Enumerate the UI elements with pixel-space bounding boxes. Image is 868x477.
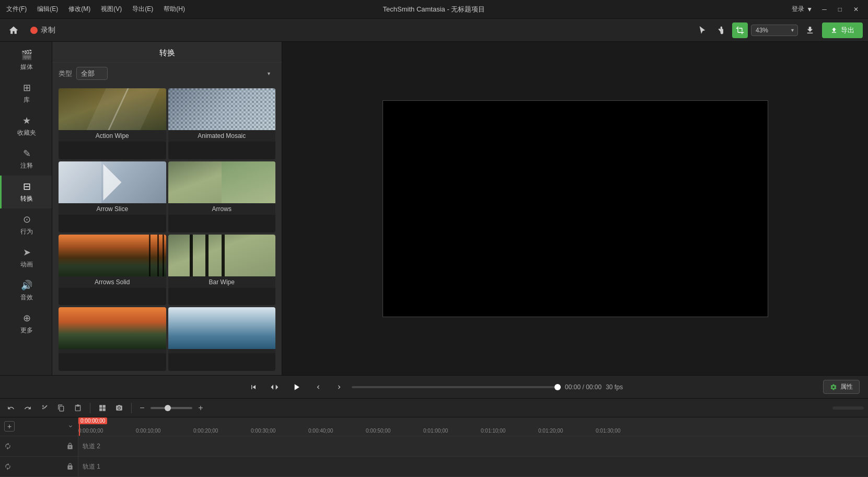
sidebar-item-media[interactable]: 🎬 媒体 <box>0 44 52 77</box>
timeline-zoom-slider[interactable] <box>151 407 192 409</box>
sidebar-item-transitions[interactable]: ⊟ 转换 <box>0 176 52 208</box>
sidebar-item-annotations[interactable]: ✎ 注释 <box>0 143 52 176</box>
seek-bar[interactable] <box>352 386 561 388</box>
cut-button[interactable] <box>38 401 51 415</box>
transitions-grid: Action Wipe <box>52 84 282 375</box>
export-label: 导出 <box>841 26 854 35</box>
transition-arrows[interactable]: Arrows <box>168 161 276 232</box>
sidebar-item-library[interactable]: ⊞ 库 <box>0 77 52 110</box>
paste-icon <box>74 404 82 412</box>
transition-arrow-slice[interactable]: Arrow Slice <box>59 161 166 232</box>
panel-title: 转换 <box>159 48 175 57</box>
restore-button[interactable]: □ <box>833 4 847 15</box>
track-lane-1: 轨道 1 <box>78 457 868 477</box>
undo-button[interactable] <box>4 401 18 415</box>
redo-icon <box>24 404 31 412</box>
zoom-out-button[interactable]: − <box>137 403 147 413</box>
select-tool-button[interactable] <box>695 22 710 38</box>
menu-file[interactable]: 文件(F) <box>4 4 29 15</box>
bottom-section: 00:00 / 00:00 30 fps 属性 <box>0 375 868 477</box>
track-2-name-label: 轨道 2 <box>83 441 100 450</box>
sidebar-animations-label: 动画 <box>20 260 33 269</box>
home-button[interactable] <box>5 22 22 39</box>
item7-thumb <box>59 307 166 349</box>
filter-row: 类型 全部 <box>52 63 282 84</box>
undo-icon <box>7 404 15 412</box>
skip-back-button[interactable] <box>245 379 262 395</box>
sidebar-item-audio[interactable]: 🔊 音效 <box>0 274 52 307</box>
action-wipe-name: Action Wipe <box>59 130 166 142</box>
properties-button[interactable]: 属性 <box>823 380 860 394</box>
login-label: 登录 <box>792 5 804 14</box>
play-icon <box>291 382 302 392</box>
track-lane-2: 轨道 2 <box>78 436 868 457</box>
transition-bar-wipe[interactable]: Bar Wipe <box>168 235 276 306</box>
download-button[interactable] <box>802 22 818 38</box>
prev-marker-button[interactable] <box>310 379 327 395</box>
next-marker-button[interactable] <box>331 379 348 395</box>
preview-area <box>282 42 868 375</box>
sidebar-library-label: 库 <box>24 96 30 104</box>
zoom-in-button[interactable]: + <box>195 403 206 413</box>
transition-item-7[interactable] <box>59 307 166 371</box>
ruler-tick-3: 0:00:30;00 <box>251 428 275 434</box>
minimize-button[interactable]: ─ <box>817 4 832 15</box>
track-header-1 <box>0 457 78 477</box>
filter-label: 类型 <box>59 69 72 78</box>
more-icon: ⊕ <box>23 312 31 324</box>
zoom-slider-wrapper: − + <box>137 403 206 413</box>
sidebar-item-favorites[interactable]: ★ 收藏夹 <box>0 110 52 143</box>
timeline-scroll-bar[interactable] <box>832 406 864 410</box>
login-button[interactable]: 登录 ▼ <box>792 5 813 14</box>
item8-thumb <box>168 307 276 349</box>
menu-items: 文件(F) 编辑(E) 修改(M) 视图(V) 导出(E) 帮助(H) <box>4 4 187 15</box>
home-icon <box>8 25 19 36</box>
properties-label: 属性 <box>840 382 853 391</box>
sidebar-item-animations[interactable]: ➤ 动画 <box>0 241 52 274</box>
title-bar: 文件(F) 编辑(E) 修改(M) 视图(V) 导出(E) 帮助(H) Tech… <box>0 0 868 19</box>
sidebar-item-behaviors[interactable]: ⊙ 行为 <box>0 208 52 241</box>
menu-help[interactable]: 帮助(H) <box>161 4 187 15</box>
close-button[interactable]: ✕ <box>848 4 864 15</box>
transition-item-8[interactable] <box>168 307 276 371</box>
sidebar-item-more[interactable]: ⊕ 更多 <box>0 307 52 340</box>
redo-button[interactable] <box>21 401 34 415</box>
export-button[interactable]: 导出 <box>822 22 863 38</box>
transition-arrows-solid[interactable]: Arrows Solid <box>59 235 166 306</box>
menu-view[interactable]: 视图(V) <box>99 4 124 15</box>
ruler-tick-4: 0:00:40;00 <box>308 428 333 434</box>
sidebar-favorites-label: 收藏夹 <box>17 129 36 137</box>
menu-edit[interactable]: 编辑(E) <box>35 4 60 15</box>
menu-export[interactable]: 导出(E) <box>130 4 155 15</box>
timeline-toolbar: − + <box>0 399 868 417</box>
transition-action-wipe[interactable]: Action Wipe <box>59 88 166 159</box>
paste-button[interactable] <box>71 401 85 415</box>
crop-tool-button[interactable] <box>732 22 748 38</box>
arrows-thumb <box>168 161 276 203</box>
transition-animated-mosaic[interactable]: Animated Mosaic <box>168 88 276 159</box>
total-time: 00:00 <box>586 383 601 391</box>
playhead-line <box>79 424 80 436</box>
frame-back-icon <box>270 383 279 391</box>
toolbar-left: 录制 <box>5 22 690 39</box>
record-dot-icon <box>30 27 38 34</box>
library-icon: ⊞ <box>23 82 31 94</box>
ruler-tick-2: 0:00:20;00 <box>193 428 218 434</box>
action-wipe-thumb <box>59 88 166 130</box>
hand-tool-button[interactable] <box>713 22 729 38</box>
frame-back-button[interactable] <box>266 379 283 395</box>
playback-bar: 00:00 / 00:00 30 fps 属性 <box>0 376 868 399</box>
zoom-select[interactable]: 43% 25% 50% 75% 100% <box>751 25 798 36</box>
play-button[interactable] <box>287 378 306 397</box>
add-track-button[interactable]: + <box>4 421 15 432</box>
track-collapse-icon <box>67 423 74 429</box>
timeline-header-extra: + <box>0 417 78 436</box>
type-filter-select[interactable]: 全部 <box>76 67 108 80</box>
copy-button[interactable] <box>54 401 68 415</box>
menu-modify[interactable]: 修改(M) <box>66 4 92 15</box>
split-view-button[interactable] <box>96 401 109 415</box>
seek-thumb[interactable] <box>554 384 561 390</box>
record-button[interactable]: 录制 <box>26 24 60 37</box>
title-bar-right: 登录 ▼ ─ □ ✕ <box>792 4 864 15</box>
snapshot-button[interactable] <box>112 401 126 415</box>
